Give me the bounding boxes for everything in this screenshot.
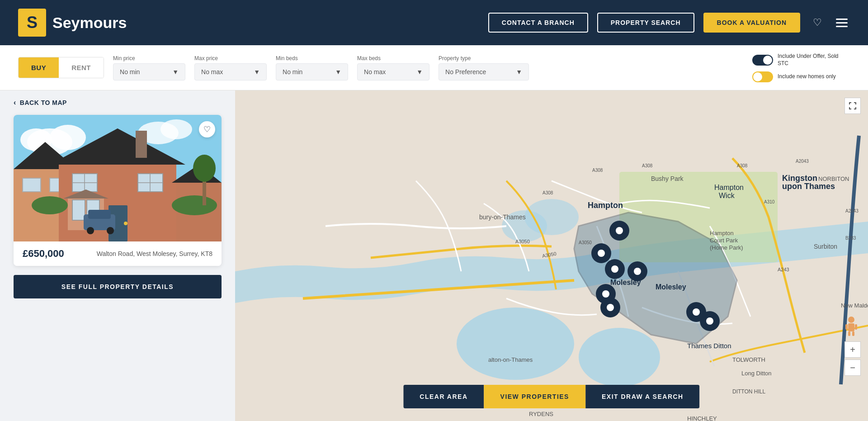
book-valuation-button[interactable]: BOOK A VALUATION (703, 13, 800, 33)
svg-text:Wick: Wick (719, 192, 735, 199)
include-new-homes-toggle[interactable] (752, 71, 773, 82)
include-under-offer-toggle[interactable] (752, 55, 773, 66)
svg-text:HINCHLEY: HINCHLEY (687, 415, 717, 421)
svg-text:Court Park: Court Park (710, 237, 738, 244)
svg-point-32 (193, 155, 216, 182)
svg-text:alton-on-Thames: alton-on-Thames (488, 356, 533, 363)
favorites-icon[interactable]: ♡ (809, 14, 826, 31)
max-price-label: Max price (194, 55, 267, 61)
min-price-filter: Min price No min ▼ (113, 55, 185, 80)
min-beds-select[interactable]: No min ▼ (276, 63, 348, 80)
svg-text:(Home Park): (Home Park) (710, 244, 743, 251)
max-beds-label: Max beds (357, 55, 429, 61)
svg-point-26 (124, 222, 127, 225)
svg-rect-14 (136, 131, 147, 158)
chevron-down-icon: ▼ (172, 68, 179, 76)
map-controls: + − (844, 316, 861, 376)
zoom-in-button[interactable]: + (844, 341, 861, 358)
svg-text:A308: A308 (737, 163, 748, 168)
chevron-down-icon: ▼ (254, 68, 260, 76)
max-beds-select[interactable]: No max ▼ (357, 63, 429, 80)
svg-point-82 (598, 250, 605, 257)
fullscreen-button[interactable] (844, 98, 861, 114)
map-bottom-buttons: CLEAR AREA VIEW PROPERTIES EXIT DRAW A S… (403, 385, 699, 408)
property-price: £650,000 (23, 248, 64, 260)
logo-area: S Seymours (18, 9, 127, 37)
clear-area-button[interactable]: CLEAR AREA (403, 385, 484, 408)
header-icons: ♡ (809, 14, 850, 31)
main-content: ‹ BACK TO MAP (0, 90, 868, 421)
svg-text:B283: B283 (845, 236, 856, 241)
svg-rect-99 (848, 331, 850, 336)
hamburger-menu-icon[interactable] (834, 14, 850, 31)
contact-branch-button[interactable]: CONTACT A BRANCH (488, 13, 588, 33)
peg-man-icon[interactable] (844, 316, 858, 336)
property-type-label: Property type (439, 55, 529, 61)
svg-text:A2043: A2043 (796, 159, 809, 164)
svg-point-38 (457, 307, 574, 380)
chevron-down-icon: ▼ (416, 68, 423, 76)
property-address: Walton Road, West Molesey, Surrey, KT8 (97, 250, 212, 257)
max-price-select[interactable]: No max ▼ (194, 63, 267, 80)
svg-point-97 (848, 317, 854, 323)
svg-text:A3050: A3050 (515, 239, 530, 244)
left-panel: ‹ BACK TO MAP (0, 90, 235, 421)
chevron-down-icon: ▼ (516, 68, 522, 76)
rent-tab[interactable]: RENT (59, 57, 104, 78)
svg-rect-10 (23, 178, 41, 192)
svg-text:A2043: A2043 (845, 208, 859, 213)
zoom-out-button[interactable]: − (844, 360, 861, 376)
svg-text:Thames Ditton: Thames Ditton (687, 342, 731, 350)
svg-text:DITTON HILL: DITTON HILL (732, 388, 765, 395)
property-image-container: ♡ (14, 115, 222, 241)
header-nav: CONTACT A BRANCH PROPERTY SEARCH BOOK A … (488, 13, 800, 33)
svg-point-2 (50, 125, 86, 150)
property-type-select[interactable]: No Preference ▼ (439, 63, 529, 80)
max-price-filter: Max price No max ▼ (194, 55, 267, 80)
svg-point-86 (616, 227, 623, 234)
svg-text:A310: A310 (764, 199, 775, 204)
max-beds-value: No max (364, 68, 386, 76)
svg-point-88 (634, 268, 641, 275)
svg-point-84 (611, 265, 618, 273)
max-price-value: No max (201, 68, 223, 76)
back-to-map-label: BACK TO MAP (20, 99, 67, 106)
property-favorite-button[interactable]: ♡ (199, 121, 215, 137)
back-to-map-button[interactable]: ‹ BACK TO MAP (0, 90, 235, 115)
svg-text:New Malden: New Malden (841, 302, 868, 309)
svg-text:Surbiton: Surbiton (814, 243, 837, 250)
property-info: £650,000 Walton Road, West Molesey, Surr… (14, 241, 222, 266)
svg-point-39 (579, 328, 660, 387)
svg-point-5 (160, 119, 192, 139)
svg-rect-100 (852, 331, 854, 336)
view-properties-button[interactable]: VIEW PROPERTIES (484, 385, 585, 408)
see-full-details-button[interactable]: SEE FULL PROPERTY DETAILS (14, 275, 222, 298)
svg-rect-102 (855, 324, 857, 330)
max-beds-filter: Max beds No max ▼ (357, 55, 429, 80)
min-beds-filter: Min beds No min ▼ (276, 55, 348, 80)
property-search-button[interactable]: PROPERTY SEARCH (597, 13, 694, 33)
svg-text:Long Ditton: Long Ditton (741, 370, 772, 377)
property-type-filter: Property type No Preference ▼ (439, 55, 529, 80)
min-price-select[interactable]: No min ▼ (113, 63, 185, 80)
svg-text:A308: A308 (642, 163, 653, 168)
property-card: ♡ £650,000 Walton Road, West Molesey, Su… (14, 115, 222, 266)
svg-text:Bushy Park: Bushy Park (651, 175, 684, 182)
min-beds-value: No min (283, 68, 302, 76)
buy-rent-toggle: BUY RENT (18, 57, 104, 78)
header: S Seymours CONTACT A BRANCH PROPERTY SEA… (0, 0, 868, 45)
chevron-down-icon: ▼ (335, 68, 341, 76)
map[interactable]: Hampton Hampton Wick Kingston upon Thame… (235, 90, 868, 421)
svg-text:Hampton: Hampton (588, 201, 623, 210)
logo-icon: S (18, 9, 46, 37)
svg-text:Molesley: Molesley (656, 283, 686, 291)
svg-text:A308: A308 (592, 168, 603, 173)
svg-rect-34 (88, 210, 111, 219)
svg-rect-23 (72, 200, 85, 220)
svg-text:Hampton: Hampton (710, 230, 734, 237)
brand-name: Seymours (52, 14, 127, 32)
exit-draw-search-button[interactable]: EXIT DRAW A SEARCH (585, 385, 700, 408)
svg-point-90 (602, 290, 609, 298)
svg-rect-101 (845, 324, 848, 330)
buy-tab[interactable]: BUY (19, 57, 59, 78)
